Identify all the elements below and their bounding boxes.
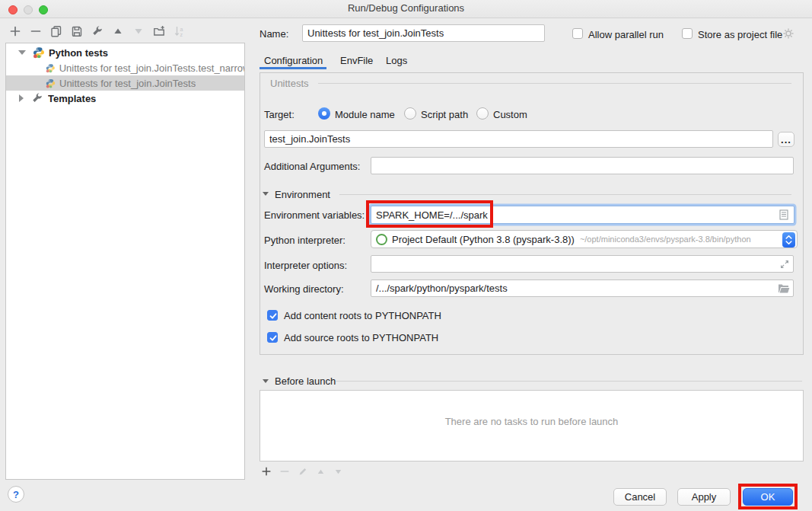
tree-item-unittest-jointests-selected[interactable]: Unittests for test_join.JoinTests — [6, 75, 244, 91]
tree-item-label: Python tests — [49, 47, 108, 59]
ok-button[interactable]: OK — [743, 488, 793, 506]
group-divider — [318, 83, 791, 84]
add-content-roots-checkbox[interactable] — [267, 310, 278, 321]
conda-env-icon — [376, 234, 387, 245]
environment-collapse-icon[interactable] — [263, 192, 269, 196]
python-interpreter-label: Python interpreter: — [264, 235, 345, 246]
store-options-gear-icon[interactable] — [782, 27, 794, 40]
add-source-roots-checkbox[interactable] — [267, 332, 278, 343]
additional-arguments-label: Additional Arguments: — [264, 161, 360, 172]
expand-collapse-icon[interactable] — [18, 50, 26, 55]
tree-item-unittest-narrow[interactable]: Unittests for test_join.JoinTests.test_n… — [6, 60, 244, 75]
radio-custom[interactable] — [476, 107, 489, 120]
help-button[interactable]: ? — [8, 486, 24, 503]
target-label: Target: — [264, 109, 295, 120]
env-vars-editor-icon[interactable] — [779, 209, 788, 220]
add-task-icon[interactable] — [261, 466, 272, 477]
store-as-project-file-label: Store as project file — [698, 29, 782, 40]
move-task-up-icon[interactable] — [316, 467, 326, 477]
dropdown-spinner[interactable] — [782, 232, 795, 248]
browse-module-button[interactable]: ... — [778, 132, 794, 147]
move-task-down-icon[interactable] — [333, 467, 343, 477]
python-tests-icon — [33, 46, 45, 59]
allow-parallel-run-label: Allow parallel run — [588, 29, 664, 40]
tree-item-label: Unittests for test_join.JoinTests.test_n… — [59, 62, 244, 74]
section-divider — [336, 381, 802, 382]
copy-configuration-icon[interactable] — [50, 25, 62, 37]
add-content-roots-label: Add content roots to PYTHONPATH — [284, 310, 441, 321]
browse-folder-icon[interactable] — [778, 283, 790, 294]
python-test-icon — [46, 63, 56, 73]
name-label: Name: — [260, 28, 288, 40]
module-name-input[interactable] — [264, 130, 773, 148]
tree-item-python-tests[interactable]: Python tests — [6, 45, 244, 60]
edit-task-icon[interactable] — [298, 466, 308, 477]
environment-variables-input[interactable] — [371, 206, 794, 224]
before-launch-toolbar — [261, 466, 343, 477]
before-launch-collapse-icon[interactable] — [263, 379, 269, 383]
remove-task-icon[interactable] — [279, 466, 290, 477]
environment-section-label: Environment — [275, 189, 330, 200]
active-tab-underline — [260, 67, 326, 69]
python-test-icon — [46, 78, 56, 88]
tree-item-label: Templates — [48, 93, 96, 104]
configurations-toolbar: az — [9, 24, 186, 39]
working-directory-label: Working directory: — [264, 283, 344, 295]
store-as-project-file-checkbox[interactable] — [682, 28, 693, 39]
radio-custom-label: Custom — [493, 109, 527, 120]
name-input[interactable] — [302, 24, 545, 42]
tab-envfile[interactable]: EnvFile — [340, 55, 373, 66]
unittests-group-label: Unittests — [270, 78, 309, 89]
svg-text:z: z — [180, 32, 183, 37]
edit-templates-icon[interactable] — [91, 25, 103, 37]
allow-parallel-run-checkbox[interactable] — [572, 28, 583, 39]
templates-wrench-icon — [31, 92, 43, 104]
before-launch-task-list[interactable]: There are no tasks to run before launch — [260, 390, 804, 461]
svg-text:a: a — [180, 27, 183, 32]
new-folder-icon[interactable] — [153, 25, 165, 37]
environment-variables-label: Environment variables: — [264, 209, 365, 221]
python-interpreter-path: ~/opt/miniconda3/envs/pyspark-3.8/bin/py… — [580, 235, 751, 244]
radio-script-path-label: Script path — [421, 109, 468, 120]
add-source-roots-label: Add source roots to PYTHONPATH — [284, 332, 438, 343]
python-interpreter-dropdown[interactable]: Project Default (Python 3.8 (pyspark-3.8… — [371, 230, 798, 248]
working-directory-input[interactable] — [371, 279, 794, 297]
window-title: Run/Debug Configurations — [0, 0, 812, 17]
configurations-tree: Python tests Unittests for test_join.Joi… — [5, 43, 245, 480]
cancel-button[interactable]: Cancel — [613, 488, 667, 506]
tree-item-templates[interactable]: Templates — [6, 91, 244, 106]
title-bar: Run/Debug Configurations — [0, 0, 812, 18]
radio-module-name[interactable] — [318, 107, 330, 120]
radio-script-path[interactable] — [404, 107, 416, 120]
move-down-icon[interactable] — [132, 25, 145, 37]
radio-module-name-label: Module name — [335, 109, 395, 120]
move-up-icon[interactable] — [112, 25, 124, 37]
before-launch-empty-text: There are no tasks to run before launch — [260, 416, 803, 427]
expand-field-icon[interactable] — [779, 259, 790, 270]
save-configuration-icon[interactable] — [71, 25, 83, 37]
section-divider — [339, 194, 791, 195]
expand-collapse-icon[interactable] — [19, 94, 24, 102]
apply-button[interactable]: Apply — [677, 488, 731, 506]
interpreter-options-input[interactable] — [371, 255, 794, 273]
python-interpreter-value: Project Default (Python 3.8 (pyspark-3.8… — [392, 234, 575, 245]
before-launch-section-label: Before launch — [275, 375, 336, 387]
add-configuration-icon[interactable] — [9, 25, 21, 37]
tab-logs[interactable]: Logs — [386, 55, 407, 66]
remove-configuration-icon[interactable] — [30, 25, 42, 37]
interpreter-options-label: Interpreter options: — [264, 260, 347, 271]
sort-alphabetically-icon[interactable]: az — [174, 25, 186, 37]
tab-configuration[interactable]: Configuration — [264, 55, 323, 66]
additional-arguments-input[interactable] — [371, 157, 794, 174]
tree-item-label: Unittests for test_join.JoinTests — [59, 78, 196, 89]
